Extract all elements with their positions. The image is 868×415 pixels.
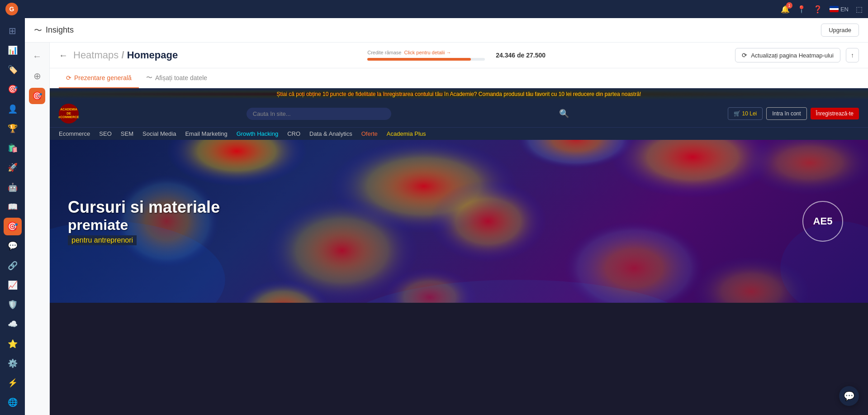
website-nav: ACADEMIA DEeCOMMERCE Cauta în site... 🔍 … — [50, 100, 868, 127]
sidebar-item-goals[interactable]: 🎯 — [4, 81, 22, 98]
insights-header: 〜 Insights Upgrade — [25, 18, 868, 43]
hero-subtitle: premiate — [68, 217, 778, 234]
sidebar-item-chat[interactable]: 💬 — [4, 237, 22, 255]
menu-email[interactable]: Email Marketing — [185, 130, 227, 137]
svg-point-2 — [517, 140, 634, 169]
sidebar-item-achievements[interactable]: 🏆 — [4, 119, 22, 137]
tabs: ⟳ Prezentare generală 〜 Afișați toate da… — [50, 68, 868, 88]
search-placeholder: Cauta în site... — [253, 110, 291, 117]
insights-label: Insights — [46, 25, 74, 35]
sidebar-item-settings[interactable]: ⚙️ — [4, 354, 22, 372]
main-layout: ⊞ 📊 🏷️ 🎯 👤 🏆 🛍️ 🚀 🤖 📖 🎯 💬 🔗 📈 🛡️ ☁️ ⭐ ⚙️… — [0, 18, 868, 415]
tab-all-icon: 〜 — [146, 74, 152, 82]
sidebar-item-tags[interactable]: 🏷️ — [4, 61, 22, 79]
hero-title: Cursuri si materiale — [68, 197, 778, 217]
sidebar-item-growth[interactable]: 🚀 — [4, 159, 22, 176]
announce-bar: Știai că poți obține 10 puncte de fideli… — [50, 88, 868, 100]
sidebar-item-security[interactable]: 🛡️ — [4, 296, 22, 314]
menu-social[interactable]: Social Media — [142, 130, 176, 137]
notification-badge: 1 — [786, 2, 792, 9]
tab-all-label: Afișați toate datele — [155, 74, 207, 81]
top-bar: G 🔔 1 📍 ❓ EN ⬚ — [0, 0, 868, 18]
language-selector[interactable]: EN — [830, 6, 849, 13]
actualize-button[interactable]: ⟳ Actualizați pagina Heatmap-ului — [735, 48, 840, 62]
actualize-label: Actualizați pagina Heatmap-ului — [751, 52, 834, 59]
sidebar-item-flash[interactable]: ⚡ — [4, 374, 22, 392]
svg-point-9 — [237, 280, 330, 303]
upgrade-button[interactable]: Upgrade — [821, 24, 859, 37]
insights-title: 〜 Insights — [34, 25, 74, 36]
menu-plus[interactable]: Academia Plus — [387, 130, 426, 137]
menu-growth[interactable]: Growth Hacking — [237, 130, 278, 137]
svg-point-11 — [383, 268, 477, 303]
content-area: 〜 Insights Upgrade ← ⊕ 🎯 ← Heatm — [25, 18, 868, 415]
chat-widget[interactable]: 💬 — [839, 386, 859, 406]
credits-current: 24.346 — [496, 52, 515, 59]
credits-bar-fill — [367, 58, 471, 61]
sidebar-item-bot[interactable]: 🤖 — [4, 178, 22, 196]
logout-icon[interactable]: ⬚ — [856, 5, 863, 14]
actualize-icon: ⟳ — [742, 52, 747, 59]
tab-overview-label: Prezentare generală — [74, 74, 132, 81]
top-bar-right: 🔔 1 📍 ❓ EN ⬚ — [781, 5, 863, 14]
breadcrumb: Heatmaps / Homepage — [73, 49, 178, 61]
panel-add-icon[interactable]: ⊕ — [29, 68, 45, 84]
hero-sub1: pentru — [71, 236, 94, 244]
login-button[interactable]: Intra în cont — [766, 107, 806, 120]
credits-value: 24.346 de 27.500 — [496, 52, 545, 59]
sidebar-item-favorites[interactable]: ⭐ — [4, 335, 22, 353]
menu-data[interactable]: Data & Analytics — [309, 130, 352, 137]
heatmap-website: Știai că poți obține 10 puncte de fideli… — [50, 88, 868, 303]
website-search[interactable]: Cauta în site... — [247, 108, 391, 120]
panel-heatmap-icon[interactable]: 🎯 — [29, 88, 45, 104]
credits-area: Credite rămase Click pentru detalii → — [367, 50, 485, 61]
menu-seo[interactable]: SEO — [99, 130, 111, 137]
sidebar-item-heatmap[interactable]: 🎯 — [4, 218, 22, 235]
sidebar-item-reports[interactable]: 📈 — [4, 276, 22, 294]
hero-highlight: pentru antreprenori — [68, 235, 137, 245]
location-icon[interactable]: 📍 — [797, 5, 806, 14]
cart-amount: 10 Lei — [742, 110, 757, 117]
export-button[interactable]: ↑ — [846, 48, 859, 62]
website-logo: ACADEMIA DEeCOMMERCE — [59, 104, 79, 124]
emblem-circle: AE5 — [802, 201, 843, 242]
app-logo[interactable]: G — [5, 3, 18, 15]
credits-bar-row — [367, 57, 485, 61]
credits-link[interactable]: Click pentru detalii → — [404, 50, 451, 55]
heatmap-image-area[interactable]: Știai că poți obține 10 puncte de fideli… — [50, 88, 868, 415]
sidebar-item-globe[interactable]: 🌐 — [4, 394, 22, 411]
panel-back-icon[interactable]: ← — [29, 48, 45, 64]
hero-sub2: antreprenori — [94, 236, 133, 244]
sidebar: ⊞ 📊 🏷️ 🎯 👤 🏆 🛍️ 🚀 🤖 📖 🎯 💬 🔗 📈 🛡️ ☁️ ⭐ ⚙️… — [0, 18, 25, 415]
credits-label: Credite rămase — [367, 50, 401, 55]
sidebar-item-links[interactable]: 🔗 — [4, 257, 22, 274]
sidebar-item-cloud[interactable]: ☁️ — [4, 315, 22, 333]
sidebar-item-users[interactable]: 👤 — [4, 100, 22, 118]
cart-icon: 🛒 — [734, 110, 740, 117]
menu-oferte[interactable]: Oferte — [361, 130, 378, 137]
sidebar-item-analytics[interactable]: 📊 — [4, 41, 22, 59]
help-icon[interactable]: ❓ — [813, 5, 822, 14]
left-panel: ← ⊕ 🎯 — [25, 43, 50, 415]
breadcrumb-page: Homepage — [127, 49, 178, 61]
notification-icon[interactable]: 🔔 1 — [781, 5, 790, 14]
sidebar-item-store[interactable]: 🛍️ — [4, 139, 22, 157]
sidebar-item-content[interactable]: 📖 — [4, 198, 22, 215]
breadcrumb-section: Heatmaps — [73, 49, 119, 61]
credits-bar-container — [367, 58, 485, 61]
search-icon[interactable]: 🔍 — [559, 109, 569, 119]
menu-ecommerce[interactable]: Ecommerce — [59, 130, 90, 137]
tab-all-data[interactable]: 〜 Afișați toate datele — [139, 68, 214, 88]
heatmap-header: ← Heatmaps / Homepage Credite rămase Cli… — [50, 43, 868, 68]
sidebar-item-home[interactable]: ⊞ — [4, 22, 22, 39]
tab-overview[interactable]: ⟳ Prezentare generală — [59, 68, 139, 88]
hero-content: Cursuri si materiale premiate pentru ant… — [50, 179, 796, 263]
menu-sem[interactable]: SEM — [121, 130, 133, 137]
logo-circle: ACADEMIA DEeCOMMERCE — [59, 104, 79, 124]
cart-button[interactable]: 🛒 10 Lei — [728, 107, 763, 120]
menu-cro[interactable]: CRO — [287, 130, 300, 137]
lang-label: EN — [840, 6, 849, 13]
main-content: ← Heatmaps / Homepage Credite rămase Cli… — [50, 43, 868, 415]
back-button[interactable]: ← — [59, 50, 68, 61]
register-button[interactable]: Înregistrează-te — [811, 108, 859, 119]
